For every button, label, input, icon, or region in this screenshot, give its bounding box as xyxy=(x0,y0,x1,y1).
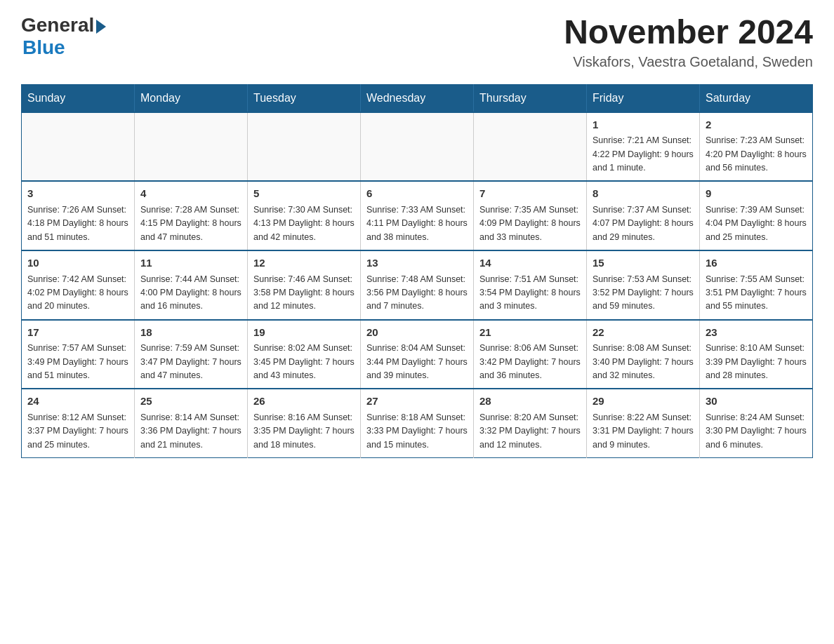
calendar-day-cell: 11Sunrise: 7:44 AM Sunset: 4:00 PM Dayli… xyxy=(135,250,248,320)
calendar-day-cell: 17Sunrise: 7:57 AM Sunset: 3:49 PM Dayli… xyxy=(22,320,135,389)
day-info: Sunrise: 8:20 AM Sunset: 3:32 PM Dayligh… xyxy=(479,411,581,452)
day-number: 27 xyxy=(366,394,468,410)
calendar-day-cell: 22Sunrise: 8:08 AM Sunset: 3:40 PM Dayli… xyxy=(587,320,700,389)
day-number: 30 xyxy=(706,394,807,410)
day-number: 24 xyxy=(27,394,128,410)
day-number: 2 xyxy=(706,117,807,133)
day-info: Sunrise: 7:57 AM Sunset: 3:49 PM Dayligh… xyxy=(27,342,128,382)
calendar-day-cell: 6Sunrise: 7:33 AM Sunset: 4:11 PM Daylig… xyxy=(361,181,474,250)
calendar-table: SundayMondayTuesdayWednesdayThursdayFrid… xyxy=(21,84,813,458)
day-number: 28 xyxy=(479,394,581,410)
day-info: Sunrise: 7:23 AM Sunset: 4:20 PM Dayligh… xyxy=(706,134,807,175)
calendar-day-cell: 21Sunrise: 8:06 AM Sunset: 3:42 PM Dayli… xyxy=(474,320,587,389)
day-number: 22 xyxy=(593,325,694,341)
day-number: 12 xyxy=(253,255,355,271)
day-info: Sunrise: 7:53 AM Sunset: 3:52 PM Dayligh… xyxy=(593,273,694,314)
calendar-day-cell xyxy=(248,112,361,182)
title-section: November 2024 Viskafors, Vaestra Goetala… xyxy=(564,14,813,70)
day-number: 14 xyxy=(479,255,581,271)
day-info: Sunrise: 8:08 AM Sunset: 3:40 PM Dayligh… xyxy=(593,342,694,382)
calendar-day-cell: 26Sunrise: 8:16 AM Sunset: 3:35 PM Dayli… xyxy=(248,389,361,457)
day-number: 26 xyxy=(253,394,355,410)
day-info: Sunrise: 8:12 AM Sunset: 3:37 PM Dayligh… xyxy=(27,411,128,452)
day-number: 7 xyxy=(479,186,581,202)
calendar-day-header: Wednesday xyxy=(361,84,474,112)
calendar-day-cell: 25Sunrise: 8:14 AM Sunset: 3:36 PM Dayli… xyxy=(135,389,248,457)
calendar-day-cell: 1Sunrise: 7:21 AM Sunset: 4:22 PM Daylig… xyxy=(587,112,700,182)
day-info: Sunrise: 7:33 AM Sunset: 4:11 PM Dayligh… xyxy=(366,203,468,244)
day-number: 9 xyxy=(706,186,807,202)
day-info: Sunrise: 8:04 AM Sunset: 3:44 PM Dayligh… xyxy=(366,342,468,382)
day-info: Sunrise: 7:59 AM Sunset: 3:47 PM Dayligh… xyxy=(140,342,241,382)
calendar-day-cell: 14Sunrise: 7:51 AM Sunset: 3:54 PM Dayli… xyxy=(474,250,587,320)
day-number: 19 xyxy=(253,325,355,341)
calendar-day-cell: 9Sunrise: 7:39 AM Sunset: 4:04 PM Daylig… xyxy=(700,181,813,250)
day-number: 25 xyxy=(140,394,241,410)
day-info: Sunrise: 7:48 AM Sunset: 3:56 PM Dayligh… xyxy=(366,273,468,314)
day-info: Sunrise: 7:46 AM Sunset: 3:58 PM Dayligh… xyxy=(253,273,355,314)
calendar-day-header: Thursday xyxy=(474,84,587,112)
day-info: Sunrise: 7:26 AM Sunset: 4:18 PM Dayligh… xyxy=(27,203,128,244)
day-info: Sunrise: 8:22 AM Sunset: 3:31 PM Dayligh… xyxy=(593,411,694,452)
location-subtitle: Viskafors, Vaestra Goetaland, Sweden xyxy=(564,54,813,70)
calendar-day-cell: 8Sunrise: 7:37 AM Sunset: 4:07 PM Daylig… xyxy=(587,181,700,250)
month-year-title: November 2024 xyxy=(564,14,813,51)
day-info: Sunrise: 7:39 AM Sunset: 4:04 PM Dayligh… xyxy=(706,203,807,244)
day-info: Sunrise: 7:51 AM Sunset: 3:54 PM Dayligh… xyxy=(479,273,581,314)
day-number: 18 xyxy=(140,325,241,341)
day-number: 1 xyxy=(593,117,694,133)
day-number: 23 xyxy=(706,325,807,341)
calendar-day-cell: 5Sunrise: 7:30 AM Sunset: 4:13 PM Daylig… xyxy=(248,181,361,250)
day-info: Sunrise: 7:35 AM Sunset: 4:09 PM Dayligh… xyxy=(479,203,581,244)
calendar-day-cell: 24Sunrise: 8:12 AM Sunset: 3:37 PM Dayli… xyxy=(22,389,135,457)
page-header: General Blue November 2024 Viskafors, Va… xyxy=(21,14,813,70)
calendar-week-row: 24Sunrise: 8:12 AM Sunset: 3:37 PM Dayli… xyxy=(22,389,813,457)
calendar-week-row: 17Sunrise: 7:57 AM Sunset: 3:49 PM Dayli… xyxy=(22,320,813,389)
day-info: Sunrise: 7:55 AM Sunset: 3:51 PM Dayligh… xyxy=(706,273,807,314)
calendar-day-cell xyxy=(474,112,587,182)
calendar-day-cell: 13Sunrise: 7:48 AM Sunset: 3:56 PM Dayli… xyxy=(361,250,474,320)
day-number: 29 xyxy=(593,394,694,410)
calendar-day-cell: 4Sunrise: 7:28 AM Sunset: 4:15 PM Daylig… xyxy=(135,181,248,250)
day-info: Sunrise: 8:24 AM Sunset: 3:30 PM Dayligh… xyxy=(706,411,807,452)
logo-general-text: General xyxy=(21,14,94,36)
calendar-day-header: Saturday xyxy=(700,84,813,112)
day-info: Sunrise: 7:21 AM Sunset: 4:22 PM Dayligh… xyxy=(593,134,694,175)
calendar-day-cell: 23Sunrise: 8:10 AM Sunset: 3:39 PM Dayli… xyxy=(700,320,813,389)
calendar-day-cell: 3Sunrise: 7:26 AM Sunset: 4:18 PM Daylig… xyxy=(22,181,135,250)
calendar-week-row: 1Sunrise: 7:21 AM Sunset: 4:22 PM Daylig… xyxy=(22,112,813,182)
day-number: 3 xyxy=(27,186,128,202)
calendar-day-cell: 7Sunrise: 7:35 AM Sunset: 4:09 PM Daylig… xyxy=(474,181,587,250)
calendar-day-cell: 16Sunrise: 7:55 AM Sunset: 3:51 PM Dayli… xyxy=(700,250,813,320)
calendar-day-cell: 28Sunrise: 8:20 AM Sunset: 3:32 PM Dayli… xyxy=(474,389,587,457)
day-number: 16 xyxy=(706,255,807,271)
calendar-week-row: 10Sunrise: 7:42 AM Sunset: 4:02 PM Dayli… xyxy=(22,250,813,320)
day-info: Sunrise: 8:14 AM Sunset: 3:36 PM Dayligh… xyxy=(140,411,241,452)
logo: General Blue xyxy=(21,14,106,59)
day-info: Sunrise: 8:18 AM Sunset: 3:33 PM Dayligh… xyxy=(366,411,468,452)
day-info: Sunrise: 8:16 AM Sunset: 3:35 PM Dayligh… xyxy=(253,411,355,452)
calendar-day-cell: 18Sunrise: 7:59 AM Sunset: 3:47 PM Dayli… xyxy=(135,320,248,389)
logo-arrow-icon xyxy=(96,20,106,34)
day-number: 17 xyxy=(27,325,128,341)
day-info: Sunrise: 7:42 AM Sunset: 4:02 PM Dayligh… xyxy=(27,273,128,314)
calendar-week-row: 3Sunrise: 7:26 AM Sunset: 4:18 PM Daylig… xyxy=(22,181,813,250)
calendar-day-cell: 27Sunrise: 8:18 AM Sunset: 3:33 PM Dayli… xyxy=(361,389,474,457)
calendar-day-cell: 2Sunrise: 7:23 AM Sunset: 4:20 PM Daylig… xyxy=(700,112,813,182)
calendar-day-cell xyxy=(361,112,474,182)
calendar-day-cell: 29Sunrise: 8:22 AM Sunset: 3:31 PM Dayli… xyxy=(587,389,700,457)
calendar-day-cell xyxy=(22,112,135,182)
calendar-day-cell: 12Sunrise: 7:46 AM Sunset: 3:58 PM Dayli… xyxy=(248,250,361,320)
day-info: Sunrise: 7:30 AM Sunset: 4:13 PM Dayligh… xyxy=(253,203,355,244)
day-info: Sunrise: 7:44 AM Sunset: 4:00 PM Dayligh… xyxy=(140,273,241,314)
calendar-day-header: Tuesday xyxy=(248,84,361,112)
day-number: 4 xyxy=(140,186,241,202)
day-number: 6 xyxy=(366,186,468,202)
calendar-day-header: Sunday xyxy=(22,84,135,112)
day-info: Sunrise: 8:10 AM Sunset: 3:39 PM Dayligh… xyxy=(706,342,807,382)
day-number: 10 xyxy=(27,255,128,271)
calendar-day-cell: 19Sunrise: 8:02 AM Sunset: 3:45 PM Dayli… xyxy=(248,320,361,389)
day-number: 15 xyxy=(593,255,694,271)
calendar-day-cell: 20Sunrise: 8:04 AM Sunset: 3:44 PM Dayli… xyxy=(361,320,474,389)
day-info: Sunrise: 8:06 AM Sunset: 3:42 PM Dayligh… xyxy=(479,342,581,382)
